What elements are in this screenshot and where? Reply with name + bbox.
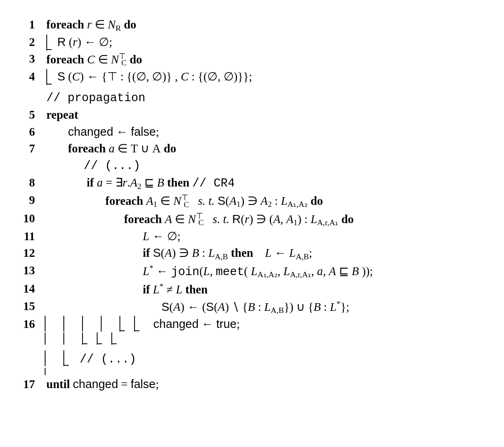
line-10: 10 foreach A ∈ N⊤C s. t. R(r) ∋ (A, A1) …	[12, 210, 488, 228]
var-changed: changed	[68, 125, 113, 138]
line-14: 14 if L* ≠ L then	[12, 280, 488, 298]
lineno: 8	[29, 176, 35, 189]
fn-S: S	[57, 70, 65, 83]
line-9: 9 foreach A1 ∈ N⊤C s. t. S(A1) ∋ A2 : LA…	[12, 192, 488, 210]
lineno: 9	[29, 193, 35, 206]
lineno: 13	[23, 264, 35, 277]
fn-join: join	[171, 265, 200, 279]
lineno: 16	[23, 317, 35, 330]
lineno: 5	[29, 108, 35, 121]
line-7: 7 foreach a ∈ T ∪ A do	[12, 140, 488, 157]
kw-until: until	[46, 378, 70, 391]
comment-propagation: // propagation	[12, 89, 488, 106]
lineno: 15	[23, 299, 35, 312]
lineno: 10	[23, 212, 35, 225]
comment-ellipsis-2: // (...)	[12, 350, 488, 368]
lineno: 4	[29, 70, 35, 83]
line-3: 3 foreach C ∈ N⊤C do	[12, 50, 488, 68]
line-13: 13 L* ← join(L, meet( LA₁,A₂, LA,r,A₁, a…	[12, 262, 488, 280]
lineno: 12	[23, 246, 35, 259]
line-12: 12 if S(A) ∋ B : LA,B then L ← LA,B;	[12, 245, 488, 262]
line-11: 11 L ← ∅;	[12, 228, 488, 245]
kw-then: then	[167, 176, 189, 189]
line-17: 17 until changed = false;	[12, 376, 488, 393]
line-1: 1 foreach r ∈ NR do	[12, 16, 488, 34]
kw-repeat: repeat	[46, 108, 78, 121]
line-4: 4 S (C) ← {⊤ : {(∅, ∅)} , C : {(∅, ∅)}};	[12, 68, 488, 85]
kw-do: do	[124, 18, 137, 31]
line-2: 2 R (r) ← ∅;	[12, 34, 488, 50]
algorithm-block: 1 foreach r ∈ NR do 2 R (r) ← ∅; 3 forea…	[0, 0, 504, 409]
closing-brackets	[12, 332, 488, 346]
line-8: 8 if a = ∃r.A2 ⊑ B then // CR4	[12, 174, 488, 192]
comment-cr4: // CR4	[192, 177, 235, 190]
lineno: 2	[29, 35, 35, 48]
kw-if: if	[87, 176, 94, 189]
lineno: 7	[29, 142, 35, 155]
fn-R: R	[57, 35, 66, 48]
lineno: 14	[23, 282, 35, 295]
line-16: 16 changed ← true;	[12, 316, 488, 332]
line-6: 6 changed ← false;	[12, 124, 488, 140]
lineno: 6	[29, 125, 35, 138]
kw-foreach: foreach	[46, 18, 84, 31]
comment: // propagation	[46, 91, 146, 105]
fn-meet: meet	[216, 265, 244, 279]
comment-ellipsis-1: // (...)	[12, 157, 488, 174]
lineno: 11	[24, 230, 35, 243]
lineno: 3	[29, 52, 35, 65]
line-5: 5 repeat	[12, 106, 488, 123]
closing-repeat	[12, 368, 488, 376]
line-15: 15 S(A) ← (S(A) ∖ {B : LA,B}) ∪ {B : L*}…	[12, 298, 488, 316]
lineno: 1	[29, 18, 35, 31]
lineno: 17	[23, 378, 35, 391]
